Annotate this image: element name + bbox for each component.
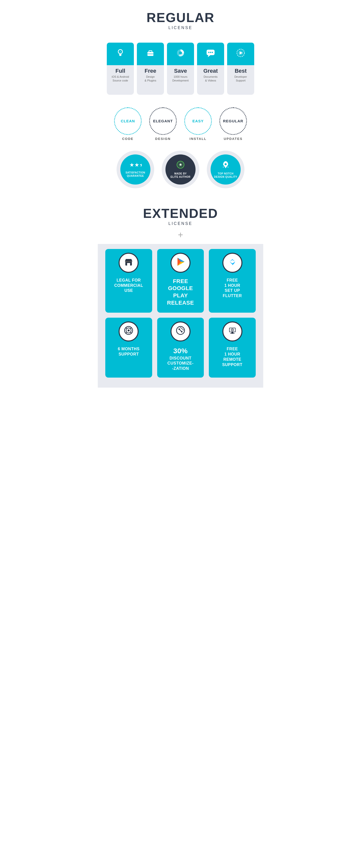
- circle-clean: CLEAN CODE: [114, 107, 142, 141]
- svg-marker-33: [232, 262, 235, 265]
- svg-point-49: [232, 330, 233, 331]
- svg-point-15: [212, 52, 213, 53]
- circle-regular: REGULAR UPDATES: [219, 107, 247, 141]
- card-free: Free Design& Plugins: [137, 42, 164, 95]
- svg-point-43: [181, 331, 182, 333]
- badge-satisfaction: ★★★ SATISFACTIONQUARANTEE: [117, 151, 154, 188]
- badge-inner-elite: ★ MADE BYELITE AUTHOR: [166, 154, 195, 185]
- extended-grid: LEGAL FORCOMMERCIALUSE FREEGOOGLEPLAYREL…: [105, 249, 256, 378]
- ext-card-googleplay: FREEGOOGLEPLAYRELEASE: [157, 249, 204, 313]
- svg-marker-12: [208, 55, 210, 57]
- badge-text-topnotch: TOP NOTCHDESIGN QUALITY: [214, 172, 237, 179]
- circle-elegant-label: ELEGANT: [153, 119, 173, 123]
- card-title-save: Save: [169, 68, 192, 74]
- svg-text:✓: ✓: [119, 51, 121, 53]
- svg-line-38: [126, 332, 127, 333]
- flutter-icon: [227, 256, 238, 269]
- stars-icon: ★★★: [129, 161, 142, 170]
- badge-text-satisfaction: SATISFACTIONQUARANTEE: [126, 171, 145, 178]
- card-body-full: Full iOS & AndroidSource code: [107, 65, 134, 83]
- ext-card-top-googleplay: [171, 253, 190, 273]
- ext-card-title-flutter: FREE1 HOURSET UPFLUTTER: [213, 278, 252, 299]
- svg-text:★: ★: [179, 162, 182, 167]
- card-full: ✓ Full iOS & AndroidSource code: [107, 42, 134, 95]
- piechart-icon: [176, 48, 185, 60]
- extended-section: EXTENDED LICENSE +: [98, 196, 263, 244]
- card-top-full: ✓: [107, 42, 134, 65]
- circle-easy-label: EASY: [192, 119, 204, 123]
- card-desc-save: 1000 hoursDevelopment: [169, 75, 192, 83]
- ext-card-body-support: 6 MONTHSSUPPORT: [105, 344, 152, 363]
- svg-line-39: [130, 332, 131, 333]
- svg-point-10: [179, 52, 182, 54]
- extended-title: EXTENDED: [103, 206, 258, 221]
- badge-text-elite: MADE BYELITE AUTHOR: [171, 172, 190, 179]
- play-icon: [235, 48, 246, 60]
- circle-regular-label: REGULAR: [223, 119, 243, 123]
- svg-point-13: [208, 52, 210, 53]
- ext-card-title-googleplay: FREEGOOGLEPLAYRELEASE: [161, 278, 200, 306]
- circle-clean-ring: CLEAN: [114, 107, 142, 135]
- svg-line-36: [126, 328, 127, 329]
- ext-card-top-discount: [171, 321, 190, 341]
- bulb-icon: ✓: [115, 48, 125, 60]
- card-desc-free: Design& Plugins: [139, 75, 162, 83]
- card-title-great: Great: [199, 68, 222, 74]
- ext-card-commercial: LEGAL FORCOMMERCIALUSE: [105, 249, 152, 313]
- card-top-great: [197, 42, 224, 65]
- card-best: Best DeveloperSupport: [227, 42, 254, 95]
- circle-regular-text: UPDATES: [219, 137, 247, 141]
- svg-point-14: [210, 52, 211, 53]
- svg-marker-31: [230, 259, 235, 262]
- feature-cards-row: ✓ Full iOS & AndroidSource code Free Des…: [98, 35, 263, 97]
- card-body-free: Free Design& Plugins: [137, 65, 164, 83]
- card-title-best: Best: [229, 68, 252, 74]
- store-icon: [123, 256, 134, 269]
- extended-bg: LEGAL FORCOMMERCIALUSE FREEGOOGLEPLAYREL…: [98, 244, 263, 388]
- card-title-full: Full: [109, 68, 132, 74]
- svg-text:★★★: ★★★: [129, 162, 142, 168]
- circle-elegant: ELEGANT DESIGN: [149, 107, 177, 141]
- ext-card-title-support: 6 MONTHSSUPPORT: [109, 346, 148, 357]
- circle-regular-ring: REGULAR: [219, 107, 247, 135]
- card-top-best: [227, 42, 254, 65]
- card-fold-full: [107, 83, 134, 90]
- card-body-save: Save 1000 hoursDevelopment: [167, 65, 194, 83]
- circle-elegant-text: DESIGN: [149, 137, 177, 141]
- ext-card-title-commercial: LEGAL FORCOMMERCIALUSE: [109, 278, 148, 293]
- dotted-circles-row: CLEAN CODE ELEGANT DESIGN EASY INSTALL R…: [98, 97, 263, 143]
- briefcase-icon: [145, 48, 155, 60]
- card-body-best: Best DeveloperSupport: [227, 65, 254, 83]
- card-top-free: [137, 42, 164, 65]
- card-save: Save 1000 hoursDevelopment: [167, 42, 194, 95]
- medal-icon: ★: [176, 160, 185, 171]
- extended-subtitle: LICENSE: [103, 221, 258, 226]
- ext-card-body-remote: FREE1 HOURREMOTESUPPORT: [209, 344, 256, 374]
- svg-rect-47: [230, 333, 235, 334]
- circle-easy: EASY INSTALL: [184, 107, 212, 141]
- chat-icon: [205, 48, 216, 60]
- ext-card-body-flutter: FREE1 HOURSET UPFLUTTER: [209, 275, 256, 305]
- discount-icon: [175, 325, 186, 338]
- ext-card-remote: FREE1 HOURREMOTESUPPORT: [209, 318, 256, 378]
- card-desc-best: DeveloperSupport: [229, 75, 252, 83]
- card-fold-best: [227, 83, 254, 90]
- card-top-save: [167, 42, 194, 65]
- ext-card-top-commercial: [119, 253, 139, 273]
- card-great: Great Documents& Videos: [197, 42, 224, 95]
- circle-elegant-ring: ELEGANT: [149, 107, 177, 135]
- ext-card-title-remote: FREE1 HOURREMOTESUPPORT: [213, 346, 252, 367]
- card-body-great: Great Documents& Videos: [197, 65, 224, 83]
- ext-card-support: 6 MONTHSSUPPORT: [105, 318, 152, 378]
- regular-subtitle: LICENSE: [103, 26, 258, 30]
- circle-clean-label: CLEAN: [121, 119, 135, 123]
- ext-card-title-discount: 30%: [161, 346, 200, 355]
- badges-row: ★★★ SATISFACTIONQUARANTEE ★ MADE BYELITE…: [98, 143, 263, 196]
- svg-point-40: [128, 330, 130, 332]
- svg-point-23: [224, 163, 227, 165]
- svg-line-37: [130, 328, 131, 329]
- ext-card-flutter: FREE1 HOURSET UPFLUTTER: [209, 249, 256, 313]
- support-icon: [123, 325, 134, 338]
- ext-card-subtitle-discount: DISCOUNTCUSTOMIZE--ZATION: [161, 356, 200, 371]
- regular-title: REGULAR: [103, 10, 258, 25]
